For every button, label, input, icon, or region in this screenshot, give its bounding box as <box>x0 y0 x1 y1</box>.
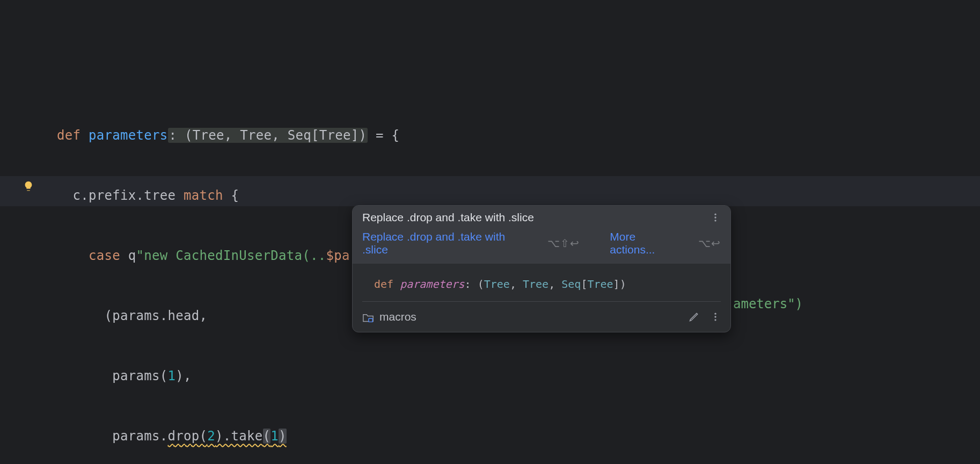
code-fragment-behind-popup: ameters") <box>733 296 803 311</box>
svg-point-4 <box>714 313 716 315</box>
popup-preview: def parameters: (Tree, Tree, Seq[Tree]) <box>353 264 730 301</box>
popup-title: Replace .drop and .take with .slice <box>362 211 534 224</box>
intention-popup: Replace .drop and .take with .slice Repl… <box>352 205 731 332</box>
code-line[interactable]: params(1), <box>57 361 980 391</box>
shortcut-hint: ⌥⇧↩ <box>547 237 580 250</box>
svg-point-5 <box>714 316 716 317</box>
kebab-menu-icon[interactable] <box>710 311 721 322</box>
module-name: macros <box>379 310 416 323</box>
popup-footer: macros <box>353 302 730 332</box>
popup-header: Replace .drop and .take with .slice Repl… <box>353 206 730 264</box>
module-icon <box>362 312 374 322</box>
apply-fix-link[interactable]: Replace .drop and .take with .slice <box>362 230 532 256</box>
svg-point-0 <box>714 214 716 215</box>
svg-point-2 <box>714 220 716 221</box>
svg-point-6 <box>714 319 716 321</box>
svg-rect-3 <box>369 318 372 322</box>
inspection-warning[interactable]: drop(2).take(1) <box>168 429 287 444</box>
more-actions-link[interactable]: More actions... <box>610 230 683 256</box>
svg-point-1 <box>714 216 716 218</box>
shortcut-hint: ⌥↩ <box>698 237 721 250</box>
edit-icon[interactable] <box>689 311 699 322</box>
code-line[interactable]: def parameters: (Tree, Tree, Seq[Tree]) … <box>57 120 980 150</box>
code-line[interactable]: params.drop(2).take(1) <box>57 421 980 451</box>
more-options-icon[interactable] <box>710 212 721 223</box>
